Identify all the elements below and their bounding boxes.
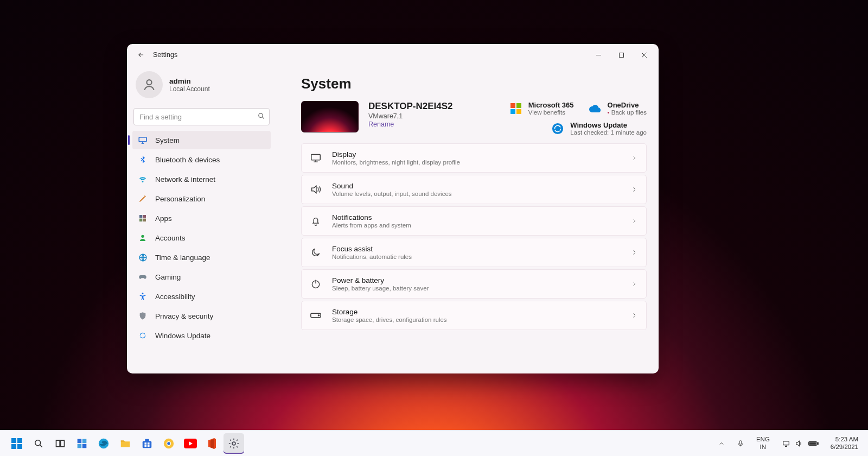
magnifier-icon bbox=[33, 438, 44, 449]
maximize-button[interactable] bbox=[610, 46, 633, 64]
card-power-battery[interactable]: Power & battery Sleep, battery usage, ba… bbox=[301, 269, 647, 299]
card-notifications[interactable]: Notifications Alerts from apps and syste… bbox=[301, 206, 647, 236]
promo-onedrive[interactable]: OneDrive • Back up files bbox=[588, 101, 647, 116]
promo-windows-update[interactable]: Windows Update Last checked: 1 minute ag… bbox=[551, 121, 647, 136]
nav-accounts[interactable]: Accounts bbox=[132, 229, 271, 247]
user-account-type: Local Account bbox=[169, 85, 210, 93]
edge-button[interactable] bbox=[93, 433, 114, 454]
office-button[interactable] bbox=[202, 433, 222, 454]
card-display[interactable]: Display Monitors, brightness, night ligh… bbox=[301, 143, 647, 173]
promo-title: OneDrive bbox=[608, 101, 647, 109]
nav-privacy-security[interactable]: Privacy & security bbox=[132, 307, 271, 325]
svg-rect-14 bbox=[516, 109, 521, 114]
card-storage[interactable]: Storage Storage space, drives, configura… bbox=[301, 301, 647, 330]
window-title: Settings bbox=[153, 51, 177, 59]
youtube-icon bbox=[184, 439, 197, 448]
nav-label: System bbox=[155, 136, 180, 144]
svg-rect-6 bbox=[139, 219, 142, 221]
search-button[interactable] bbox=[28, 433, 49, 454]
nav-gaming[interactable]: Gaming bbox=[132, 268, 271, 286]
nav-label: Personalization bbox=[155, 195, 205, 203]
svg-rect-27 bbox=[78, 439, 82, 443]
card-title: Focus assist bbox=[332, 245, 621, 253]
start-button[interactable] bbox=[7, 433, 27, 454]
card-sub: Sleep, battery usage, battery saver bbox=[332, 285, 621, 292]
nav-apps[interactable]: Apps bbox=[132, 209, 271, 227]
chrome-canary-icon bbox=[163, 438, 175, 449]
nav-accessibility[interactable]: Accessibility bbox=[132, 287, 271, 306]
svg-rect-20 bbox=[11, 438, 16, 443]
user-block[interactable]: admin Local Account bbox=[132, 66, 271, 106]
promo-microsoft-365[interactable]: Microsoft 365 View benefits bbox=[509, 101, 574, 116]
card-title: Storage bbox=[332, 308, 621, 316]
power-icon bbox=[309, 277, 322, 290]
svg-point-10 bbox=[142, 293, 144, 294]
display-icon bbox=[309, 151, 322, 164]
card-sound[interactable]: Sound Volume levels, output, input, soun… bbox=[301, 175, 647, 204]
nav-windows-update[interactable]: Windows Update bbox=[132, 326, 271, 345]
rename-link[interactable]: Rename bbox=[368, 121, 453, 128]
sidebar: admin Local Account System Bluetooth & d… bbox=[127, 66, 276, 373]
nav-time-language[interactable]: Time & language bbox=[132, 248, 271, 267]
svg-point-40 bbox=[167, 442, 170, 445]
widgets-button[interactable] bbox=[72, 433, 92, 454]
nav-label: Apps bbox=[155, 214, 172, 223]
close-button[interactable] bbox=[633, 46, 655, 64]
promo-sub: View benefits bbox=[528, 109, 574, 116]
onedrive-icon bbox=[588, 102, 602, 116]
back-button[interactable] bbox=[135, 48, 148, 61]
nav: System Bluetooth & devices Network & int… bbox=[132, 131, 271, 345]
chevron-right-icon bbox=[631, 186, 637, 193]
nav-label: Time & language bbox=[155, 254, 210, 262]
file-explorer-button[interactable] bbox=[115, 433, 136, 454]
device-model: VMware7,1 bbox=[368, 112, 453, 120]
card-title: Power & battery bbox=[332, 276, 621, 284]
window-controls bbox=[587, 46, 655, 64]
nav-system[interactable]: System bbox=[132, 131, 271, 149]
svg-point-1 bbox=[146, 80, 151, 85]
windows-logo-icon bbox=[11, 438, 23, 449]
microsoft-365-icon bbox=[509, 102, 523, 116]
device-thumbnail bbox=[301, 101, 359, 132]
nav-label: Gaming bbox=[155, 273, 181, 281]
taskbar-pinned bbox=[0, 433, 868, 454]
svg-point-24 bbox=[35, 440, 41, 445]
monitor-icon bbox=[138, 135, 148, 145]
card-focus-assist[interactable]: Focus assist Notifications, automatic ru… bbox=[301, 238, 647, 267]
minimize-button[interactable] bbox=[587, 46, 610, 64]
nav-network-internet[interactable]: Network & internet bbox=[132, 170, 271, 188]
nav-label: Network & internet bbox=[155, 175, 215, 183]
svg-point-8 bbox=[141, 235, 144, 238]
nav-label: Privacy & security bbox=[155, 312, 213, 320]
settings-taskbar-button[interactable] bbox=[224, 433, 244, 454]
accessibility-icon bbox=[138, 292, 148, 301]
svg-rect-25 bbox=[56, 440, 60, 447]
card-sub: Alerts from apps and system bbox=[332, 222, 621, 229]
svg-rect-32 bbox=[143, 441, 152, 448]
promo-sub: Last checked: 1 minute ago bbox=[570, 129, 647, 136]
bell-icon bbox=[309, 214, 322, 227]
gamepad-icon bbox=[138, 272, 148, 282]
avatar bbox=[136, 71, 163, 98]
svg-point-15 bbox=[552, 123, 563, 134]
settings-window: Settings admin Local Account bbox=[127, 44, 659, 373]
chevron-right-icon bbox=[631, 155, 637, 161]
globe-clock-icon bbox=[138, 252, 148, 262]
arrow-left-icon bbox=[137, 51, 145, 59]
nav-bluetooth-devices[interactable]: Bluetooth & devices bbox=[132, 150, 271, 169]
svg-rect-13 bbox=[510, 109, 515, 114]
task-view-button[interactable] bbox=[50, 433, 71, 454]
nav-label: Bluetooth & devices bbox=[155, 156, 220, 164]
svg-rect-29 bbox=[78, 444, 82, 448]
taskbar: ENG IN 5:23 AM 6/29/2021 bbox=[0, 430, 868, 456]
nav-label: Accounts bbox=[155, 234, 186, 242]
shield-icon bbox=[138, 311, 148, 321]
youtube-button[interactable] bbox=[180, 433, 201, 454]
widgets-icon bbox=[76, 438, 87, 449]
search-input[interactable] bbox=[133, 108, 270, 125]
microsoft-store-button[interactable] bbox=[137, 433, 157, 454]
chrome-canary-button[interactable] bbox=[158, 433, 179, 454]
nav-personalization[interactable]: Personalization bbox=[132, 189, 271, 208]
svg-rect-28 bbox=[82, 439, 87, 443]
storage-icon bbox=[309, 309, 322, 322]
